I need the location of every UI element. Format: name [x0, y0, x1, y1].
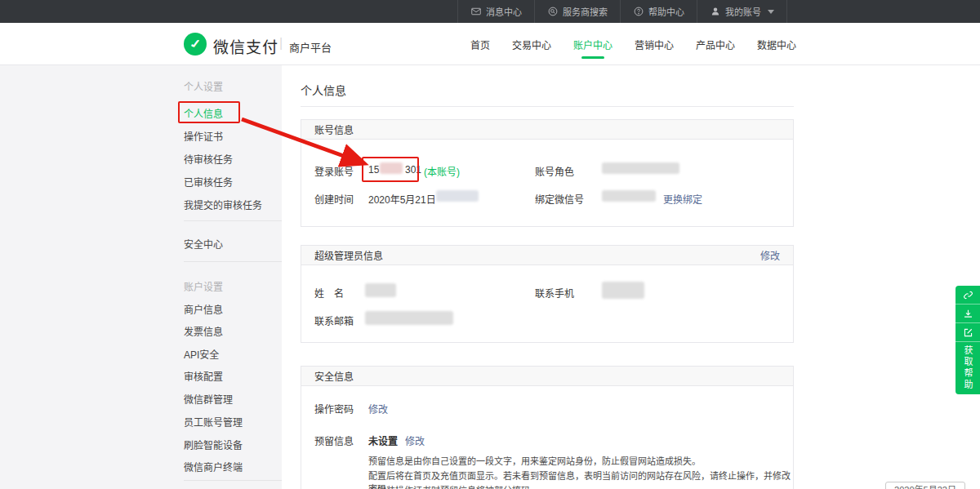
created-time-value: 2020年5月21日	[368, 192, 436, 206]
created-time-label: 创建时间	[314, 192, 354, 206]
search-circle-icon	[547, 7, 558, 17]
sidebar-header-account-settings: 账户设置	[184, 279, 223, 293]
created-time-redacted	[436, 190, 479, 202]
sidebar: 个人设置 个人信息 操作证书 待审核任务 已审核任务 我提交的审核任务 安全中心…	[0, 65, 282, 489]
admin-info-section-title: 超级管理员信息	[314, 248, 383, 262]
topbar-item-label: 消息中心	[486, 5, 522, 18]
sidebar-item-wechat-group-management[interactable]: 微信群管理	[184, 392, 233, 406]
bound-wechat-redacted	[602, 190, 656, 202]
main-nav: 首页 交易中心 账户中心 营销中心 产品中心 数据中心	[470, 23, 796, 65]
link-icon[interactable]	[956, 286, 980, 305]
sidebar-item-reviewed-tasks[interactable]: 已审核任务	[184, 175, 233, 189]
reserved-info-desc-line3: 未安装操作证书时预留信息将被部分掩码。	[368, 483, 793, 489]
sidebar-item-wechat-merchant-terminal[interactable]: 微信商户终端	[184, 460, 243, 473]
get-help-button[interactable]: 获取帮助	[956, 342, 980, 394]
envelope-icon	[470, 7, 481, 17]
help-center-menu[interactable]: 帮助中心	[620, 0, 697, 23]
security-info-section-title: 安全信息	[314, 369, 354, 383]
nav-marketing-center[interactable]: 营销中心	[635, 23, 674, 65]
account-role-redacted	[602, 162, 679, 174]
nav-account-center[interactable]: 账户中心	[573, 23, 612, 65]
topbar-item-label: 我的账号	[725, 5, 761, 18]
page-title: 个人信息	[301, 82, 346, 98]
sidebar-item-staff-account-management[interactable]: 员工账号管理	[184, 415, 243, 429]
sidebar-item-review-config[interactable]: 审核配置	[184, 369, 223, 383]
bound-wechat-label: 绑定微信号	[535, 192, 584, 206]
rebind-link[interactable]: 更换绑定	[663, 192, 702, 206]
sidebar-item-my-submitted-review-tasks[interactable]: 我提交的审核任务	[184, 198, 262, 211]
sidebar-header-personal-settings: 个人设置	[184, 79, 223, 93]
reserved-info-label: 预留信息	[314, 433, 354, 447]
sidebar-item-api-security[interactable]: API安全	[184, 347, 219, 361]
login-account-label: 登录账号	[314, 164, 354, 178]
nav-product-center[interactable]: 产品中心	[696, 23, 735, 65]
sidebar-divider	[184, 261, 282, 262]
nav-transaction-center[interactable]: 交易中心	[512, 23, 551, 65]
sidebar-item-personal-info[interactable]: 个人信息	[184, 106, 223, 120]
sidebar-item-operation-certificate[interactable]: 操作证书	[184, 129, 223, 143]
sidebar-item-merchant-info[interactable]: 商户信息	[184, 302, 223, 316]
login-account-suffix: 301	[405, 164, 421, 176]
download-icon[interactable]	[956, 305, 980, 323]
operation-password-label: 操作密码	[314, 402, 354, 416]
topbar-items: 消息中心 服务商搜索 帮助中心 我的账号	[457, 0, 787, 23]
sidebar-divider	[184, 220, 282, 221]
user-icon	[710, 7, 720, 17]
header: ✓ 微信支付 | 商户平台 首页 交易中心 账户中心 营销中心 产品中心 数据中…	[0, 23, 980, 65]
name-redacted	[365, 283, 396, 297]
nav-home[interactable]: 首页	[470, 23, 490, 65]
account-info-box-header: 账号信息	[301, 120, 793, 140]
sidebar-item-invoice-info[interactable]: 发票信息	[184, 324, 223, 338]
admin-edit-link[interactable]: 修改	[760, 248, 780, 262]
reserved-info-desc-line1: 预留信息是由你自己设置的一段文字，用来鉴定网站身份，防止假冒网站造成损失。	[368, 454, 793, 467]
sidebar-divider	[184, 480, 282, 481]
contact-email-label: 联系邮箱	[314, 313, 354, 327]
brand-divider: |	[279, 36, 283, 51]
account-info-section-title: 账号信息	[314, 122, 354, 136]
operation-password-edit-link[interactable]: 修改	[368, 402, 388, 416]
nav-data-center[interactable]: 数据中心	[757, 23, 796, 65]
sidebar-item-security-center[interactable]: 安全中心	[184, 237, 223, 251]
reserved-info-edit-link[interactable]: 修改	[405, 433, 425, 447]
login-account-prefix: 15	[368, 164, 379, 176]
floating-help-widget: 获取帮助	[956, 286, 980, 394]
sidebar-item-face-smart-device[interactable]: 刷脸智能设备	[184, 438, 243, 451]
topbar: 消息中心 服务商搜索 帮助中心 我的账号	[0, 0, 980, 23]
admin-info-box-header: 超级管理员信息 修改	[301, 246, 793, 265]
chevron-down-icon	[768, 10, 774, 14]
edit-icon[interactable]	[956, 323, 980, 342]
login-account-redacted	[380, 162, 403, 174]
contact-email-redacted	[365, 311, 453, 325]
security-info-box-header: 安全信息	[301, 367, 793, 386]
logo-check-glyph: ✓	[189, 36, 201, 53]
my-account-menu[interactable]: 我的账号	[697, 0, 787, 23]
service-provider-search-menu[interactable]: 服务商搜索	[534, 0, 620, 23]
name-label: 姓 名	[314, 286, 344, 300]
topbar-item-label: 帮助中心	[648, 5, 684, 18]
current-account-tag: (本账号)	[424, 164, 460, 178]
contact-phone-redacted	[602, 282, 644, 299]
brand-title: 微信支付	[213, 35, 278, 57]
title-divider	[301, 106, 794, 107]
contact-phone-label: 联系手机	[535, 286, 574, 300]
sidebar-item-pending-review-tasks[interactable]: 待审核任务	[184, 152, 233, 166]
wechat-pay-logo-icon[interactable]: ✓	[184, 33, 207, 56]
account-role-label: 账号角色	[535, 164, 574, 178]
date-tooltip: 2020年5月22日	[885, 482, 965, 489]
topbar-item-label: 服务商搜索	[563, 5, 608, 18]
message-center-menu[interactable]: 消息中心	[457, 0, 534, 23]
brand-subtitle: 商户平台	[289, 39, 332, 55]
question-circle-icon	[633, 7, 644, 17]
reserved-info-value: 未设置	[368, 433, 398, 447]
